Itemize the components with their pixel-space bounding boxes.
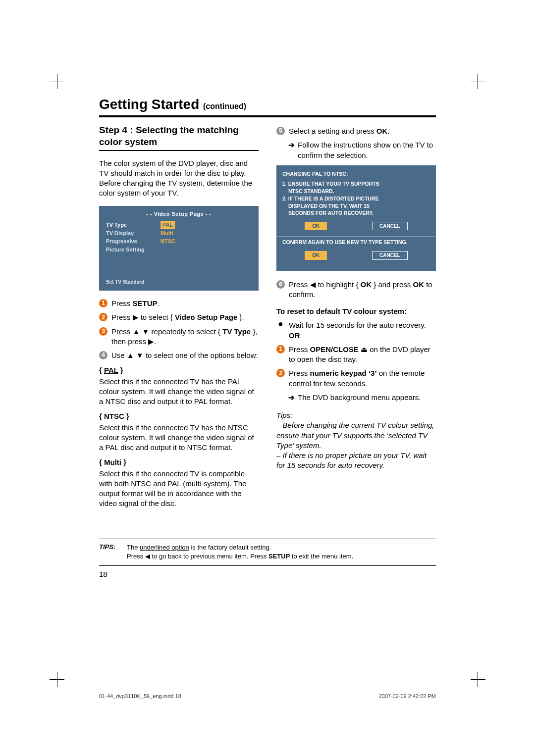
- osd-screenshot: - - Video Setup Page - - TV Type PAL TV …: [99, 206, 259, 291]
- step-1: 1 Press SETUP.: [99, 299, 259, 308]
- bullet-icon: ●: [276, 320, 285, 341]
- crop-mark: [471, 74, 485, 89]
- option-ntsc-head: { NTSC }: [99, 411, 259, 421]
- dialog-confirm-msg: CONFIRM AGAIN TO USE NEW TV TYPE SETTING…: [282, 239, 430, 246]
- step-badge: 1: [99, 299, 107, 307]
- meta-file: 01-44_dvp3110K_56_eng.indd 18: [99, 693, 181, 699]
- option-pal-body: Select this if the connected TV has the …: [99, 377, 259, 407]
- option-multi-head: { Multi }: [99, 457, 259, 467]
- step-text: Press ▲ ▼ repeatedly to select { TV Type…: [111, 327, 259, 347]
- reset-heading: To reset to default TV colour system:: [276, 306, 436, 316]
- heading-rule: [99, 150, 259, 151]
- step-badge: 2: [276, 369, 285, 377]
- tips-line2: – If there is no proper picture on your …: [276, 451, 436, 471]
- ok-button[interactable]: OK: [305, 222, 327, 231]
- title-text: Getting Started: [99, 97, 199, 112]
- osd-val: Multi: [160, 229, 173, 238]
- step-text: Press SETUP.: [111, 299, 259, 308]
- tips-inline: Tips: – Before changing the current TV c…: [276, 410, 436, 471]
- dialog-divider: [276, 236, 436, 237]
- step-badge: 1: [276, 345, 285, 353]
- osd-val: PAL: [160, 221, 175, 229]
- step-heading: Step 4 : Selecting the matching color sy…: [99, 124, 259, 148]
- step-badge: 6: [276, 280, 285, 289]
- tips-head: Tips:: [276, 410, 436, 420]
- crop-mark: [50, 74, 64, 89]
- osd-key: Progressive: [106, 237, 160, 246]
- option-ntsc-body: Select this if the connected TV has the …: [99, 423, 259, 453]
- osd-footer: Set TV Standard: [106, 278, 252, 286]
- reset-wait-text: Wait for 15 seconds for the auto recover…: [289, 320, 426, 341]
- reset-wait: ● Wait for 15 seconds for the auto recov…: [276, 320, 436, 341]
- step-badge: 3: [99, 327, 107, 336]
- step-2: 2 Press ▶ to select { Video Setup Page }…: [99, 312, 259, 322]
- cancel-button[interactable]: CANCEL: [372, 222, 408, 231]
- title-continued: (continued): [203, 102, 246, 110]
- page-content: Getting Started (continued) Step 4 : Sel…: [99, 97, 436, 578]
- step-5-sub: ➔ Follow the instructions show on the TV…: [288, 140, 436, 160]
- step-text: Use ▲ ▼ to select one of the options bel…: [111, 351, 259, 360]
- cancel-button[interactable]: CANCEL: [372, 251, 408, 260]
- osd-key: TV Display: [106, 229, 160, 238]
- crop-mark: [50, 672, 64, 687]
- osd-val: NTSC: [160, 237, 175, 246]
- dialog-msg: CHANGING PAL TO NTSC: 1. ENSURE THAT YOU…: [282, 170, 430, 217]
- osd-key: Picture Setting: [106, 246, 160, 254]
- reset-sub: ➔ The DVD background menu appears.: [288, 393, 436, 403]
- left-column: Step 4 : Selecting the matching color sy…: [99, 124, 259, 509]
- step-5: 5 Select a setting and press OK.: [276, 126, 436, 136]
- tips-line1: – Before changing the current TV colour …: [276, 420, 436, 451]
- step-text: Press numeric keypad ‘3’ on the remote c…: [289, 368, 436, 389]
- step-6: 6 Press ◀ to highlight { OK } and press …: [276, 280, 436, 300]
- dialog-buttons: OK CANCEL: [282, 222, 430, 231]
- page-number: 18: [99, 570, 436, 578]
- confirm-dialog: CHANGING PAL TO NTSC: 1. ENSURE THAT YOU…: [276, 165, 436, 271]
- page-title: Getting Started (continued): [99, 97, 436, 112]
- osd-row-picture: Picture Setting: [106, 246, 252, 254]
- step-text: Press OPEN/CLOSE ⏏ on the DVD player to …: [289, 345, 436, 365]
- tips-body: The underlined option is the factory def…: [127, 543, 436, 562]
- option-multi-body: Select this if the connected TV is compa…: [99, 469, 259, 509]
- step-text: Press ◀ to highlight { OK } and press OK…: [289, 280, 436, 300]
- crop-mark: [471, 672, 485, 687]
- step-badge: 2: [99, 313, 107, 321]
- arrow-icon: ➔: [288, 140, 295, 160]
- option-pal-head: { { PAL }PAL }: [99, 365, 259, 375]
- tips-label: TIPS:: [99, 543, 127, 562]
- osd-title: - - Video Setup Page - -: [106, 210, 252, 218]
- osd-row-progressive: Progressive NTSC: [106, 237, 252, 246]
- step-4: 4 Use ▲ ▼ to select one of the options b…: [99, 351, 259, 360]
- intro-paragraph: The color system of the DVD player, disc…: [99, 158, 259, 199]
- arrow-icon: ➔: [288, 393, 295, 403]
- step-text: Select a setting and press OK.: [289, 126, 436, 136]
- step-3: 3 Press ▲ ▼ repeatedly to select { TV Ty…: [99, 327, 259, 347]
- ok-button[interactable]: OK: [305, 251, 327, 260]
- dialog-buttons-2: OK CANCEL: [282, 251, 430, 260]
- osd-row-tv-type: TV Type PAL: [106, 221, 252, 229]
- print-meta: 01-44_dvp3110K_56_eng.indd 18 2007-02-09…: [99, 693, 436, 699]
- right-column: 5 Select a setting and press OK. ➔ Follo…: [276, 124, 436, 509]
- reset-step-2: 2 Press numeric keypad ‘3’ on the remote…: [276, 368, 436, 389]
- title-rule: [99, 115, 436, 117]
- meta-timestamp: 2007-02-09 2:42:22 PM: [378, 693, 436, 699]
- step-text: Press ▶ to select { Video Setup Page }.: [111, 312, 259, 322]
- step-badge: 4: [99, 351, 107, 359]
- osd-row-tv-display: TV Display Multi: [106, 229, 252, 238]
- reset-step-1: 1 Press OPEN/CLOSE ⏏ on the DVD player t…: [276, 345, 436, 365]
- tips-footer-box: TIPS: The underlined option is the facto…: [99, 539, 436, 566]
- step-badge: 5: [276, 127, 285, 135]
- osd-key: TV Type: [106, 221, 160, 229]
